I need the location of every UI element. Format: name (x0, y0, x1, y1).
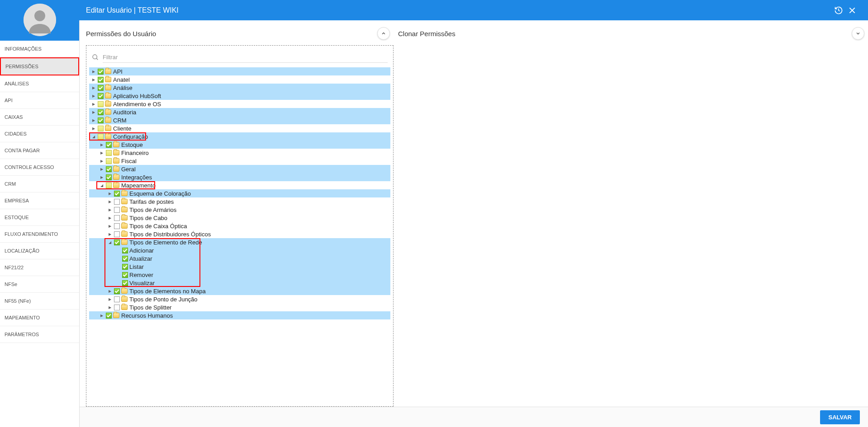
sidebar-item[interactable]: CONTA PAGAR (0, 142, 79, 159)
tree-toggle-icon[interactable]: ◢ (99, 183, 104, 188)
tree-toggle-icon[interactable]: ◢ (107, 240, 113, 244)
tree-row[interactable]: ▶Tipos de Armários (89, 206, 390, 214)
tree-checkbox[interactable] (98, 117, 104, 123)
tree-row[interactable]: ▶Tipos de Elementos no Mapa (89, 287, 390, 295)
tree-row[interactable]: ▶API (89, 67, 390, 75)
tree-checkbox[interactable] (98, 77, 104, 83)
tree-toggle-icon[interactable]: ▶ (107, 224, 113, 228)
tree-row[interactable]: ▶Auditoria (89, 108, 390, 116)
tree-checkbox[interactable] (114, 215, 120, 221)
tree-checkbox[interactable] (98, 134, 104, 140)
sidebar-item[interactable]: NFSe (0, 276, 79, 293)
tree-checkbox[interactable] (122, 256, 128, 262)
tree-toggle-icon[interactable]: ▶ (107, 232, 113, 236)
tree-checkbox[interactable] (106, 174, 112, 180)
tree-row[interactable]: Remover (89, 271, 390, 279)
tree-row[interactable]: Adicionar (89, 246, 390, 254)
tree-row[interactable]: Listar (89, 263, 390, 271)
tree-checkbox[interactable] (122, 272, 128, 278)
tree-checkbox[interactable] (98, 69, 104, 75)
tree-row[interactable]: ▶Tipos de Splitter (89, 303, 390, 311)
tree-row[interactable]: ▶Recursos Humanos (89, 311, 390, 319)
tree-checkbox[interactable] (106, 313, 112, 319)
tree-row[interactable]: ▶Aplicativo HubSoft (89, 92, 390, 100)
tree-row[interactable]: ▶Estoque (89, 141, 390, 149)
sidebar-item[interactable]: CIDADES (0, 126, 79, 142)
tree-checkbox[interactable] (114, 239, 120, 245)
tree-checkbox[interactable] (98, 93, 104, 99)
sidebar-item[interactable]: CONTROLE ACESSO (0, 159, 79, 176)
tree-row[interactable]: ▶CRM (89, 116, 390, 124)
sidebar-item[interactable]: CRM (0, 176, 79, 192)
tree-row[interactable]: ▶Tipos de Caixa Óptica (89, 222, 390, 230)
tree-toggle-icon[interactable]: ▶ (91, 127, 96, 131)
tree-toggle-icon[interactable]: ▶ (91, 94, 96, 98)
tree-row[interactable]: ▶Tipos de Distribuidores Ópticos (89, 230, 390, 238)
tree-toggle-icon[interactable]: ▶ (99, 175, 104, 179)
tree-checkbox[interactable] (114, 199, 120, 205)
tree-checkbox[interactable] (114, 231, 120, 237)
tree-row[interactable]: ▶Anatel (89, 75, 390, 84)
tree-toggle-icon[interactable]: ▶ (99, 143, 104, 147)
tree-row[interactable]: ▶Tipos de Cabo (89, 214, 390, 222)
tree-checkbox[interactable] (106, 150, 112, 156)
tree-checkbox[interactable] (122, 264, 128, 270)
filter-input[interactable] (103, 52, 388, 63)
tree-checkbox[interactable] (114, 296, 120, 302)
save-button[interactable]: SALVAR (820, 410, 860, 424)
tree-toggle-icon[interactable]: ▶ (91, 118, 96, 122)
tree-toggle-icon[interactable]: ▶ (91, 70, 96, 74)
sidebar-item[interactable]: MAPEAMENTO (0, 310, 79, 326)
tree-checkbox[interactable] (114, 207, 120, 213)
tree-row[interactable]: ◢Configuração (89, 132, 390, 141)
tree-toggle-icon[interactable]: ▶ (91, 86, 96, 90)
expand-clone-button[interactable] (852, 27, 864, 40)
tree-row[interactable]: ◢Tipos de Elemento de Rede (89, 238, 390, 246)
tree-toggle-icon[interactable]: ▶ (107, 216, 113, 220)
tree-toggle-icon[interactable]: ▶ (99, 167, 104, 171)
sidebar-item[interactable]: CAIXAS (0, 109, 79, 126)
tree-toggle-icon[interactable]: ▶ (107, 297, 113, 301)
tree-checkbox[interactable] (98, 109, 104, 115)
sidebar-item[interactable]: NF55 (NFe) (0, 293, 79, 310)
tree-checkbox[interactable] (98, 126, 104, 131)
tree-checkbox[interactable] (114, 288, 120, 294)
tree-row[interactable]: ▶Integrações (89, 173, 390, 181)
tree-toggle-icon[interactable]: ▶ (99, 314, 104, 318)
sidebar-item[interactable]: PARÂMETROS (0, 326, 79, 343)
tree-checkbox[interactable] (114, 223, 120, 229)
tree-checkbox[interactable] (106, 142, 112, 148)
tree-row[interactable]: Atualizar (89, 254, 390, 263)
tree-row[interactable]: ▶Cliente (89, 124, 390, 132)
tree-checkbox[interactable] (106, 166, 112, 172)
history-icon[interactable] (832, 4, 845, 17)
tree-checkbox[interactable] (114, 305, 120, 310)
tree-row[interactable]: ▶Fiscal (89, 157, 390, 165)
tree-toggle-icon[interactable]: ▶ (107, 289, 113, 293)
tree-row[interactable]: ▶Geral (89, 165, 390, 173)
tree-row[interactable]: Visualizar (89, 279, 390, 287)
sidebar-item[interactable]: NF21/22 (0, 259, 79, 276)
tree-toggle-icon[interactable]: ▶ (99, 159, 104, 163)
tree-toggle-icon[interactable]: ▶ (107, 305, 113, 310)
tree-toggle-icon[interactable]: ▶ (91, 78, 96, 82)
tree-toggle-icon[interactable]: ▶ (99, 151, 104, 155)
tree-checkbox[interactable] (106, 158, 112, 164)
sidebar-item[interactable]: INFORMAÇÕES (0, 41, 79, 57)
sidebar-item[interactable]: API (0, 92, 79, 109)
sidebar-item[interactable]: FLUXO ATENDIMENTO (0, 226, 79, 243)
tree-row[interactable]: ▶Atendimento e OS (89, 100, 390, 108)
tree-row[interactable]: ▶Tarifas de postes (89, 197, 390, 206)
tree-row[interactable]: ▶Financeiro (89, 149, 390, 157)
tree-checkbox[interactable] (98, 101, 104, 107)
sidebar-item[interactable]: ESTOQUE (0, 209, 79, 226)
tree-checkbox[interactable] (98, 85, 104, 91)
sidebar-item[interactable]: PERMISSÕES (0, 57, 79, 75)
tree-checkbox[interactable] (106, 183, 112, 188)
close-icon[interactable] (845, 4, 859, 17)
sidebar-item[interactable]: EMPRESA (0, 192, 79, 209)
tree-row[interactable]: ▶Tipos de Ponto de Junção (89, 295, 390, 303)
sidebar-item[interactable]: LOCALIZAÇÃO (0, 243, 79, 259)
tree-row[interactable]: ▶Esquema de Coloração (89, 189, 390, 197)
tree-toggle-icon[interactable]: ▶ (91, 110, 96, 114)
